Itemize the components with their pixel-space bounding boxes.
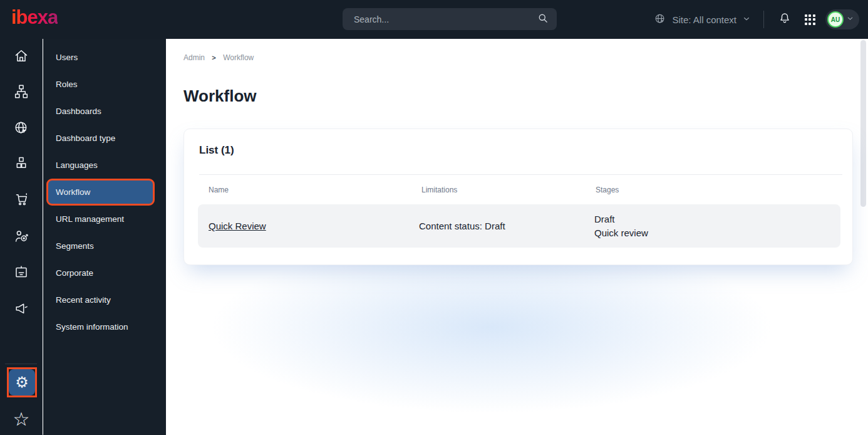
menu-item-users[interactable]: Users (43, 44, 166, 71)
global-search (343, 8, 557, 30)
chevron-down-icon (846, 14, 854, 25)
menu-item-dashboards[interactable]: Dashboards (43, 98, 166, 125)
menu-item-corporate[interactable]: Corporate (43, 259, 166, 286)
annotation-highlight-gear: ⚙ (7, 367, 37, 397)
home-icon (13, 48, 29, 66)
icon-rail: ⚙ ☆ (0, 39, 43, 435)
nav-content-structure-button[interactable] (9, 80, 34, 105)
breadcrumb-admin[interactable]: Admin (183, 53, 205, 62)
topbar: ibexa Site: All context (0, 0, 868, 39)
stages-cell: Draft Quick review (594, 212, 648, 240)
vertical-scrollbar-thumb[interactable] (860, 40, 866, 207)
gear-icon: ⚙ (15, 374, 29, 391)
avatar: AU (827, 11, 844, 28)
column-header-name: Name (209, 186, 229, 194)
breadcrumb-workflow: Workflow (223, 53, 254, 62)
list-card-title: List (1) (199, 144, 234, 157)
ibexa-logo[interactable]: ibexa (11, 6, 58, 29)
person-target-icon (13, 228, 29, 247)
menu-item-url-management[interactable]: URL management (43, 206, 166, 233)
nav-product-catalog-button[interactable] (9, 152, 34, 177)
nav-commerce-button[interactable] (9, 188, 34, 213)
star-icon: ☆ (13, 408, 30, 430)
menu-item-segments[interactable]: Segments (43, 233, 166, 259)
nav-home-button[interactable] (9, 45, 34, 70)
shopping-cart-icon (13, 191, 29, 210)
sitemap-icon (13, 83, 29, 102)
notifications-button[interactable] (775, 10, 794, 29)
search-icon[interactable] (537, 12, 549, 27)
id-badge-icon (13, 264, 29, 283)
menu-item-languages[interactable]: Languages (43, 152, 166, 179)
bell-icon (778, 11, 792, 28)
menu-item-recent-activity[interactable]: Recent activity (43, 286, 166, 313)
nav-bookmarks-button[interactable]: ☆ (9, 406, 34, 431)
stage-draft: Draft (594, 212, 648, 226)
menu-item-workflow-active[interactable]: Workflow (46, 179, 155, 206)
topbar-right-cluster: Site: All context (654, 0, 859, 39)
page-title: Workflow (183, 86, 257, 106)
workflow-name-link[interactable]: Quick Review (209, 221, 266, 231)
nav-corporate-button[interactable] (9, 261, 34, 286)
menu-item-dashboard-type[interactable]: Dashboard type (43, 125, 166, 152)
nav-site-management-button[interactable] (9, 117, 34, 142)
nav-marketing-button[interactable] (9, 297, 34, 322)
rail-divider (5, 364, 37, 364)
limitations-cell: Content status: Draft (419, 221, 505, 231)
breadcrumb-separator: > (212, 54, 215, 61)
main-content: Admin > Workflow Workflow List (1) Name … (166, 39, 868, 435)
column-header-limitations: Limitations (421, 186, 457, 194)
site-context-selector[interactable]: Site: All context (654, 13, 751, 27)
topbar-divider (763, 11, 764, 28)
table-row: Quick Review Content status: Draft Draft… (198, 204, 840, 248)
app-switcher-button[interactable] (800, 10, 819, 29)
workflow-list-card: List (1) Name Limitations Stages Quick R… (183, 128, 853, 265)
site-context-label: Site: All context (672, 14, 736, 25)
breadcrumb: Admin > Workflow (183, 53, 254, 62)
card-divider (199, 174, 842, 175)
globe-pointer-icon (13, 120, 29, 139)
megaphone-icon (13, 300, 29, 319)
admin-settings-button[interactable]: ⚙ (9, 369, 35, 396)
nav-personalization-button[interactable] (9, 225, 34, 250)
stage-quick-review: Quick review (594, 226, 648, 240)
app-grid-icon (805, 14, 815, 25)
user-menu-button[interactable]: AU (825, 9, 859, 29)
search-input[interactable] (354, 14, 537, 24)
stacked-boxes-icon (13, 155, 29, 174)
background-glow (166, 246, 868, 435)
globe-icon (654, 13, 666, 27)
column-header-stages: Stages (596, 186, 619, 194)
chevron-down-icon (742, 14, 751, 25)
ibexa-admin-screen: ibexa Site: All context (0, 0, 868, 435)
admin-menu: Users Roles Dashboards Dashboard type La… (43, 39, 166, 435)
menu-item-roles[interactable]: Roles (43, 71, 166, 98)
menu-item-system-information[interactable]: System information (43, 313, 166, 340)
